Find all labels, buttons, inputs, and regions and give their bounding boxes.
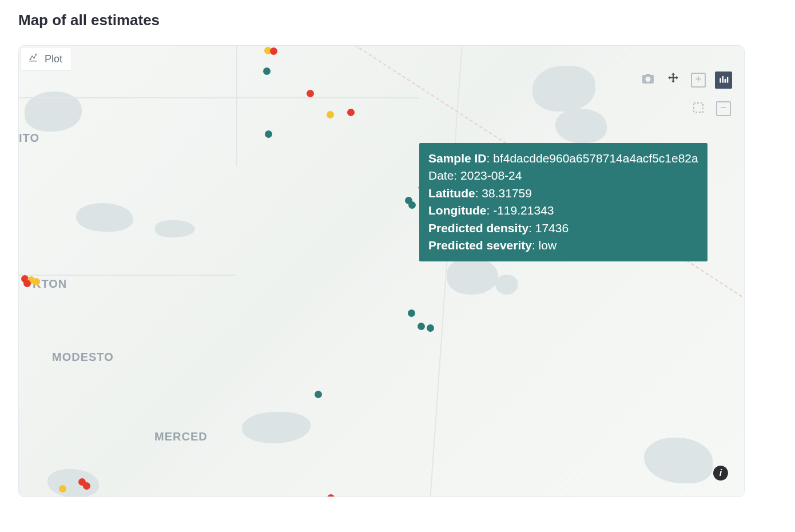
- plot-dropdown-label: Plot: [45, 53, 62, 65]
- map-point[interactable]: [83, 482, 90, 490]
- zoom-out-button[interactable]: [716, 101, 731, 116]
- road-line: [19, 275, 236, 276]
- svg-rect-5: [722, 76, 724, 83]
- map-point[interactable]: [33, 278, 40, 285]
- water-shape: [644, 438, 713, 483]
- svg-point-3: [35, 54, 37, 55]
- map-card[interactable]: ITO KTON MODESTO MERCED ⟶ Sample ID: bf4…: [18, 45, 745, 497]
- tooltip-sample-id-value: bf4dacdde960a6578714a4acf5c1e82a: [493, 152, 698, 165]
- tooltip-sample-id-label: Sample ID: [428, 152, 487, 165]
- water-shape: [242, 412, 311, 443]
- water-shape: [47, 469, 99, 497]
- map-background: ITO KTON MODESTO MERCED ⟶: [19, 46, 744, 497]
- tooltip-longitude-label: Longitude: [428, 204, 486, 217]
- map-point[interactable]: [427, 324, 434, 332]
- map-point[interactable]: [23, 280, 31, 287]
- water-shape: [447, 257, 498, 295]
- tooltip-latitude-label: Latitude: [428, 186, 475, 200]
- water-shape: [555, 109, 607, 143]
- road-line: [236, 46, 237, 166]
- page-title: Map of all estimates: [18, 11, 777, 29]
- hover-tooltip: Sample ID: bf4dacdde960a6578714a4acf5c1e…: [419, 143, 707, 261]
- map-point[interactable]: [408, 309, 415, 317]
- water-shape: [76, 203, 133, 232]
- plot-dropdown[interactable]: Plot: [20, 47, 72, 71]
- map-point[interactable]: [327, 111, 334, 118]
- tooltip-severity-value: low: [539, 239, 557, 252]
- map-point[interactable]: [59, 485, 66, 493]
- dashed-box-icon: [691, 101, 705, 117]
- svg-rect-6: [725, 79, 726, 83]
- svg-rect-8: [694, 103, 703, 112]
- plotly-modebar: [638, 70, 734, 119]
- tooltip-density-value: 17436: [535, 221, 569, 235]
- svg-rect-9: [721, 107, 726, 108]
- tooltip-density-label: Predicted density: [428, 221, 528, 235]
- city-label: MODESTO: [52, 351, 114, 364]
- map-point[interactable]: [408, 201, 416, 209]
- city-label: ITO: [19, 132, 39, 145]
- svg-point-0: [30, 58, 31, 59]
- svg-point-2: [34, 57, 35, 58]
- tooltip-longitude-value: -119.21343: [493, 204, 554, 217]
- zoom-in-button[interactable]: [691, 73, 706, 88]
- box-select-button[interactable]: [690, 101, 706, 117]
- map-point[interactable]: [270, 47, 277, 55]
- svg-point-1: [32, 55, 33, 57]
- svg-rect-7: [727, 77, 729, 83]
- water-shape: [155, 220, 195, 237]
- pan-button[interactable]: [665, 72, 681, 88]
- tooltip-latitude-value: 38.31759: [482, 186, 532, 200]
- reset-view-button[interactable]: [715, 72, 732, 89]
- road-line: [19, 97, 419, 98]
- chart-icon: [27, 52, 39, 66]
- tooltip-date-label: Date: [428, 169, 454, 182]
- pan-icon: [666, 72, 681, 89]
- minus-icon: [719, 103, 728, 114]
- plus-icon: [694, 74, 703, 86]
- map-point[interactable]: [265, 130, 272, 138]
- map-info-button[interactable]: i: [713, 466, 728, 481]
- water-shape: [495, 275, 518, 295]
- bars-icon: [718, 73, 729, 87]
- camera-icon: [641, 72, 655, 88]
- map-point[interactable]: [327, 494, 335, 497]
- tooltip-date-value: 2023-08-24: [460, 169, 522, 182]
- snapshot-button[interactable]: [640, 72, 656, 88]
- water-shape: [532, 66, 595, 112]
- tooltip-severity-label: Predicted severity: [428, 239, 532, 252]
- svg-rect-4: [720, 78, 721, 82]
- city-label: MERCED: [154, 430, 208, 443]
